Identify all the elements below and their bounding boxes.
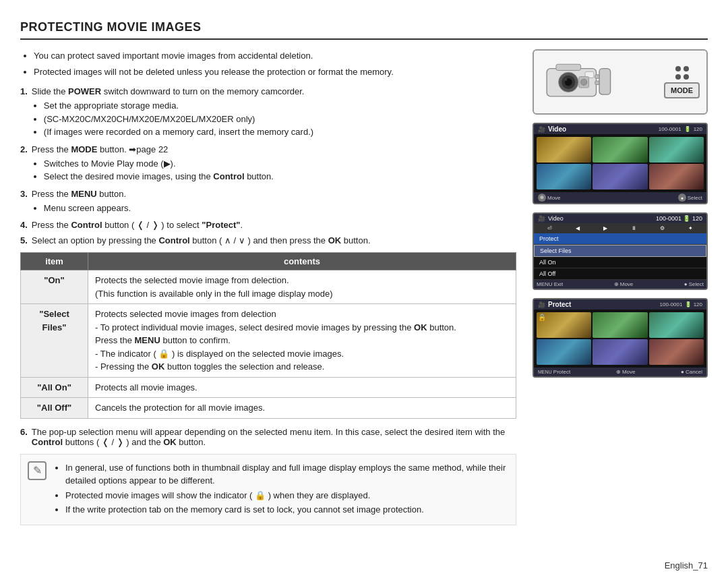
page-footer: English_71 bbox=[20, 560, 708, 571]
camera-controls: MODE bbox=[664, 66, 700, 98]
protect-thumbnail-6 bbox=[649, 339, 704, 365]
step-1-content: Slide the POWER switch downward to turn … bbox=[32, 86, 516, 139]
step-3: 3. Press the MENU button. Menu screen ap… bbox=[20, 189, 516, 215]
dot-grid bbox=[675, 66, 689, 80]
thumbnail-4 bbox=[537, 164, 591, 189]
camera-svg bbox=[541, 57, 615, 105]
screen-2-video-label: Video bbox=[548, 215, 564, 222]
table-item-on: "On" bbox=[21, 270, 88, 304]
table-contents-on: Protects the selected movie image from d… bbox=[88, 270, 516, 304]
table-row-all-off: "All Off" Cancels the protection for all… bbox=[21, 398, 516, 419]
screen-3-protect-footer: MENU Protect bbox=[538, 369, 570, 375]
screen-3-thumbgrid: 🔒 bbox=[534, 310, 706, 368]
thumbnail-6 bbox=[649, 164, 704, 189]
note-content: In general, use of functions both in thu… bbox=[53, 461, 509, 518]
step-3-subbullets: Menu screen appears. bbox=[44, 202, 516, 215]
svg-point-11 bbox=[581, 79, 587, 85]
screen-3-header: 🎥 Protect 100-0001 🔋 120 bbox=[534, 299, 706, 310]
mode-button[interactable]: MODE bbox=[664, 82, 700, 98]
svg-point-4 bbox=[565, 78, 568, 81]
step-1-num: 1. bbox=[20, 86, 28, 139]
step-5-content: Select an option by pressing the Control… bbox=[32, 235, 516, 245]
menu-icon-4: ⏸ bbox=[631, 225, 636, 231]
menu-exit-label: MENU Exit bbox=[537, 281, 563, 287]
screen-1-select-label: Select bbox=[688, 195, 702, 201]
menu-move-label: ⊕ Move bbox=[614, 281, 634, 287]
menu-item-all-on: All On bbox=[534, 257, 706, 268]
main-content: You can protect saved important movie im… bbox=[20, 49, 516, 554]
screen-2-header: 🎥 Video 100-0001 🔋 120 bbox=[534, 214, 706, 223]
screen-1-thumbgrid bbox=[534, 134, 706, 192]
note-box: ✎ In general, use of functions both in t… bbox=[20, 454, 516, 525]
step-4-num: 4. bbox=[20, 220, 28, 230]
menu-icons-bar: ⏎ ◀ ▶ ⏸ ⚙ ✦ bbox=[534, 223, 706, 233]
step-1-subbullets: Set the appropriate storage media. (SC-M… bbox=[44, 99, 516, 139]
step-4-content: Press the Control button ( ❬ / ❭ ) to se… bbox=[32, 220, 516, 230]
note-bullet-2: Protected movie images will show the ind… bbox=[65, 489, 509, 502]
step-6: 6. The pop-up selection menu will appear… bbox=[20, 427, 516, 447]
menu-icon-6: ✦ bbox=[688, 225, 693, 231]
screen-1-select: ● Select bbox=[678, 194, 702, 202]
table-row-select-files: "Select Files" Protects selected movie i… bbox=[21, 304, 516, 378]
protect-thumbnail-2 bbox=[593, 312, 647, 338]
thumbnail-3 bbox=[649, 137, 704, 163]
move-icon: ⊕ bbox=[538, 194, 546, 202]
step-5-num: 5. bbox=[20, 235, 28, 245]
menu-icon-3: ▶ bbox=[603, 225, 607, 231]
step-2-num: 2. bbox=[20, 144, 28, 183]
camera-illustration bbox=[541, 57, 615, 107]
table-contents-all-off: Cancels the protection for all movie ima… bbox=[88, 398, 516, 419]
note-bullet-1: In general, use of functions both in thu… bbox=[65, 461, 509, 488]
screen-1-move-label: Move bbox=[547, 195, 561, 201]
page-number: English_71 bbox=[665, 560, 708, 571]
note-icon: ✎ bbox=[28, 461, 47, 480]
screen-3-move-footer: ⊕ Move bbox=[616, 369, 636, 375]
menu-icon-5: ⚙ bbox=[660, 225, 665, 231]
menu-item-all-off: All Off bbox=[534, 268, 706, 280]
menu-item-protect: Protect bbox=[534, 233, 706, 245]
intro-bullet-1: You can protect saved important movie im… bbox=[34, 49, 516, 63]
screen-3-file-id: 100-0001 bbox=[660, 301, 683, 308]
step-5: 5. Select an option by pressing the Cont… bbox=[20, 235, 516, 245]
intro-bullet-2: Protected images will not be deleted unl… bbox=[34, 65, 516, 79]
table-row-on: "On" Protects the selected movie image f… bbox=[21, 270, 516, 304]
table-header-item: item bbox=[21, 253, 88, 270]
table-contents-all-on: Protects all movie images. bbox=[88, 377, 516, 398]
lock-icon-1: 🔒 bbox=[538, 314, 546, 321]
protect-thumbnail-5 bbox=[593, 339, 647, 365]
screen-2-info: 100-0001 🔋 120 bbox=[656, 215, 702, 222]
note-bullet-3: If the write protection tab on the memor… bbox=[65, 503, 509, 517]
page-title: PROTECTING MOVIE IMAGES bbox=[20, 20, 708, 40]
camera-box: MODE bbox=[533, 49, 708, 115]
protect-thumbnail-4 bbox=[537, 339, 591, 365]
screen-2: 🎥 Video 100-0001 🔋 120 ⏎ ◀ ▶ ⏸ ⚙ ✦ Prote… bbox=[533, 212, 708, 290]
table-header-contents: contents bbox=[88, 253, 516, 270]
screen-1-header: 🎥 Video 100-0001 🔋 120 bbox=[534, 124, 706, 134]
screen-3-cancel-footer: ● Cancel bbox=[681, 369, 702, 375]
table-contents-select-files: Protects selected movie images from dele… bbox=[88, 304, 516, 378]
menu-protect-label: Protect bbox=[539, 235, 559, 242]
screen-2-footer: MENU Exit ⊕ Move ● Select bbox=[534, 280, 706, 289]
screen-3-info: 100-0001 🔋 120 bbox=[660, 301, 702, 308]
screen-1: 🎥 Video 100-0001 🔋 120 ⊕ bbox=[533, 123, 708, 204]
protect-table: item contents "On" Protects the selected… bbox=[20, 252, 516, 419]
protect-thumbnail-1: 🔒 bbox=[537, 312, 591, 338]
menu-item-select-files: Select Files bbox=[534, 245, 706, 257]
thumbnail-5 bbox=[593, 164, 647, 189]
svg-rect-5 bbox=[556, 64, 581, 70]
thumbnail-1 bbox=[537, 137, 591, 163]
screen-1-move: ⊕ Move bbox=[538, 194, 561, 202]
menu-icon-1: ⏎ bbox=[547, 225, 552, 231]
svg-rect-9 bbox=[599, 69, 611, 95]
step-2: 2. Press the MODE button. ➡page 22 Switc… bbox=[20, 144, 516, 183]
screen-3-protect-label: Protect bbox=[548, 301, 571, 308]
step-6-content: The pop-up selection menu will appear de… bbox=[32, 427, 516, 447]
step-3-num: 3. bbox=[20, 189, 28, 215]
step-4: 4. Press the Control button ( ❬ / ❭ ) to… bbox=[20, 220, 516, 230]
dot-4 bbox=[684, 74, 689, 80]
screen-3-footer: MENU Protect ⊕ Move ● Cancel bbox=[534, 368, 706, 376]
screen-1-file-id: 100-0001 bbox=[659, 126, 681, 132]
table-item-select-files: "Select Files" bbox=[21, 304, 88, 378]
step-3-content: Press the MENU button. Menu screen appea… bbox=[32, 189, 516, 215]
protect-thumbnail-3 bbox=[649, 312, 704, 338]
